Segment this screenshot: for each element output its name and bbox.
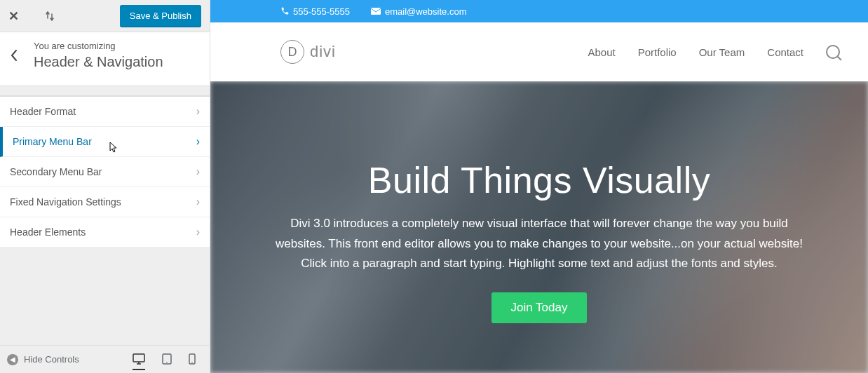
panel-title: Header & Navigation <box>34 54 163 70</box>
section-primary-menu-bar[interactable]: Primary Menu Bar › <box>0 127 210 157</box>
nav-our-team[interactable]: Our Team <box>699 46 745 58</box>
section-secondary-menu-bar[interactable]: Secondary Menu Bar › <box>0 157 210 187</box>
hero-body-text: Divi 3.0 introduces a completely new vis… <box>273 214 806 275</box>
primary-nav-header: D divi About Portfolio Our Team Contact <box>210 22 868 81</box>
svg-point-2 <box>166 362 168 363</box>
section-list: Header Format › Primary Menu Bar › Secon… <box>0 96 210 247</box>
panel-subtitle: You are customizing <box>34 41 163 51</box>
section-fixed-navigation-settings[interactable]: Fixed Navigation Settings › <box>0 187 210 217</box>
svg-rect-5 <box>371 8 381 15</box>
join-today-button[interactable]: Join Today <box>491 292 588 323</box>
chevron-right-icon: › <box>196 226 200 238</box>
nav-portfolio[interactable]: Portfolio <box>638 46 677 58</box>
panel-header: You are customizing Header & Navigation <box>0 32 210 86</box>
reorder-icon[interactable] <box>44 11 55 22</box>
secondary-topbar: 555-555-5555 email@website.com <box>210 0 868 22</box>
section-label: Header Format <box>10 106 76 117</box>
email-item[interactable]: email@website.com <box>371 6 467 17</box>
email-text: email@website.com <box>385 6 467 17</box>
phone-item[interactable]: 555-555-5555 <box>280 6 350 17</box>
hide-controls-label: Hide Controls <box>24 354 79 365</box>
logo-text: divi <box>310 43 336 61</box>
preview-pane: 555-555-5555 email@website.com D divi Ab… <box>210 0 868 373</box>
sidebar-top-bar: ✕ Save & Publish <box>0 0 210 32</box>
chevron-right-icon: › <box>196 135 200 148</box>
search-icon[interactable] <box>826 45 840 59</box>
section-label: Primary Menu Bar <box>13 136 92 147</box>
save-publish-button[interactable]: Save & Publish <box>120 5 201 27</box>
tablet-icon[interactable] <box>162 353 172 366</box>
panel-title-wrap: You are customizing Header & Navigation <box>34 41 163 70</box>
section-header-format[interactable]: Header Format › <box>0 97 210 127</box>
customizer-sidebar: ✕ Save & Publish You are customizing Hea… <box>0 0 210 373</box>
section-label: Secondary Menu Bar <box>10 166 102 177</box>
hero-title: Build Things Visually <box>368 159 710 201</box>
nav-menu: About Portfolio Our Team Contact <box>588 45 840 59</box>
divider <box>0 86 210 96</box>
nav-about[interactable]: About <box>588 46 615 58</box>
sidebar-footer: ◀ Hide Controls <box>0 345 210 373</box>
back-icon[interactable] <box>10 49 18 62</box>
logo[interactable]: D divi <box>280 40 336 64</box>
logo-circle-icon: D <box>280 40 304 64</box>
device-preview-icons <box>133 353 203 366</box>
svg-rect-0 <box>133 354 144 362</box>
hero-section: Build Things Visually Divi 3.0 introduce… <box>210 81 868 373</box>
desktop-icon[interactable] <box>133 353 145 370</box>
section-label: Fixed Navigation Settings <box>10 196 121 208</box>
phone-text: 555-555-5555 <box>293 6 350 17</box>
close-icon[interactable]: ✕ <box>8 8 19 24</box>
svg-point-4 <box>191 362 193 363</box>
phone-icon <box>280 7 289 15</box>
mobile-icon[interactable] <box>189 353 196 366</box>
chevron-right-icon: › <box>196 165 200 178</box>
hide-controls-button[interactable]: ◀ Hide Controls <box>7 354 79 365</box>
section-header-elements[interactable]: Header Elements › <box>0 217 210 247</box>
collapse-icon: ◀ <box>7 354 18 365</box>
chevron-right-icon: › <box>196 105 200 118</box>
chevron-right-icon: › <box>196 196 200 208</box>
nav-contact[interactable]: Contact <box>767 46 803 58</box>
mail-icon <box>371 8 381 15</box>
section-label: Header Elements <box>10 226 86 238</box>
